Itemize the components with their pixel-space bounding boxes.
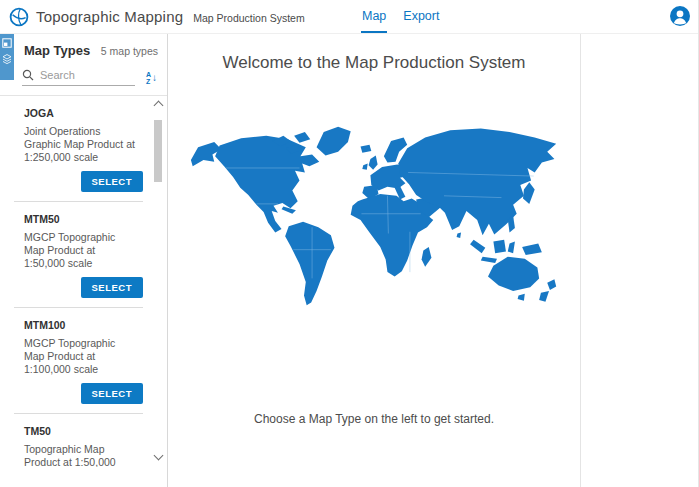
map-type-description: Topographic Map Product at 1:50,000 scal… xyxy=(24,443,138,467)
welcome-title: Welcome to the Map Production System xyxy=(168,53,580,73)
map-type-name: MTM50 xyxy=(24,213,143,225)
nav-tab-export[interactable]: Export xyxy=(402,0,440,33)
select-button-joga[interactable]: SELECT xyxy=(81,171,143,192)
sidebar-scrollbar[interactable] xyxy=(151,99,165,464)
sort-arrow-icon: ↓ xyxy=(152,73,157,83)
select-button-mtm50[interactable]: SELECT xyxy=(81,277,143,298)
scroll-down-arrow-icon[interactable] xyxy=(154,451,164,461)
app-subtitle: Map Production System xyxy=(193,12,304,24)
map-type-card-mtm100: MTM100 MGCP Topographic Map Product at 1… xyxy=(14,308,143,414)
world-map-graphic xyxy=(185,124,563,308)
search-box xyxy=(22,69,135,86)
sidebar-title: Map Types xyxy=(24,43,90,58)
sort-az-icon: A Z xyxy=(146,71,151,85)
search-icon xyxy=(22,69,34,81)
search-row: A Z ↓ xyxy=(22,69,159,86)
map-type-description: Joint Operations Graphic Map Product at … xyxy=(24,125,138,164)
welcome-panel: Welcome to the Map Production System xyxy=(168,34,581,487)
instruction-text: Choose a Map Type on the left to get sta… xyxy=(168,412,580,426)
map-type-card-mtm50: MTM50 MGCP Topographic Map Product at 1:… xyxy=(14,202,143,308)
tool-strip xyxy=(0,34,14,80)
map-type-name: MTM100 xyxy=(24,319,143,331)
app-root: Topographic Mapping Map Production Syste… xyxy=(0,0,699,487)
app-header: Topographic Mapping Map Production Syste… xyxy=(0,0,698,34)
main-area: Welcome to the Map Production System xyxy=(168,34,698,487)
map-type-count: 5 map types xyxy=(101,45,158,57)
map-type-list: JOGA Joint Operations Graphic Map Produc… xyxy=(0,95,167,467)
nav-tab-map[interactable]: Map xyxy=(361,0,387,33)
app-logo-icon xyxy=(9,7,29,27)
sort-az-button[interactable]: A Z ↓ xyxy=(144,71,159,85)
map-frame-icon[interactable] xyxy=(2,38,12,48)
map-type-name: TM50 xyxy=(24,425,143,437)
scrollbar-thumb[interactable] xyxy=(154,120,162,182)
layers-icon[interactable] xyxy=(2,54,12,64)
map-type-description: MGCP Topographic Map Product at 1:100,00… xyxy=(24,337,138,376)
map-type-name: JOGA xyxy=(24,107,143,119)
search-input[interactable] xyxy=(40,69,118,81)
world-map xyxy=(168,124,580,312)
map-type-card-joga: JOGA Joint Operations Graphic Map Produc… xyxy=(14,96,143,202)
brand: Topographic Mapping Map Production Syste… xyxy=(0,7,305,27)
body-row: Map Types 5 map types A Z ↓ xyxy=(0,34,698,487)
map-type-description: MGCP Topographic Map Product at 1:50,000… xyxy=(24,231,138,270)
map-type-card-tm50: TM50 Topographic Map Product at 1:50,000… xyxy=(14,414,143,467)
sidebar-map-types: Map Types 5 map types A Z ↓ xyxy=(0,34,168,487)
top-nav: Map Export xyxy=(361,0,440,33)
scroll-up-arrow-icon[interactable] xyxy=(153,101,163,111)
sidebar-header: Map Types 5 map types xyxy=(0,34,167,58)
app-title: Topographic Mapping xyxy=(36,8,183,25)
user-avatar-button[interactable] xyxy=(670,6,690,26)
right-empty-area xyxy=(581,34,698,487)
select-button-mtm100[interactable]: SELECT xyxy=(81,383,143,404)
